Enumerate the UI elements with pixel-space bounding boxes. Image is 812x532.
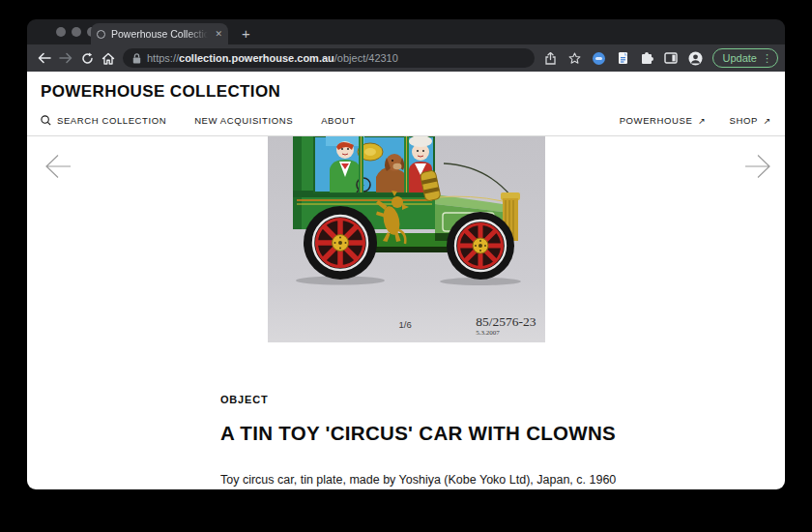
favicon-icon [97,30,105,39]
share-icon[interactable] [540,48,561,69]
update-label: Update [723,52,757,64]
url-path: /object/42310 [334,52,398,64]
search-icon [41,115,51,126]
page-content: POWERHOUSE COLLECTION SEARCH COLLECTION … [27,72,785,489]
lock-icon [132,53,141,64]
close-window-icon[interactable] [56,27,66,37]
object-title: A TIN TOY 'CIRCUS' CAR WITH CLOWNS [220,422,646,445]
nav-about-label: ABOUT [321,115,356,126]
update-menu-button[interactable]: Update ⋮ [712,48,778,68]
site-logo[interactable]: POWERHOUSE COLLECTION [41,82,771,102]
browser-window: Powerhouse Collection - A tin t ✕ + http… [27,19,785,489]
nav-new-acquisitions[interactable]: NEW ACQUISITIONS [194,115,293,126]
photo-frame-counter: 1/6 [399,319,412,330]
nav-powerhouse[interactable]: POWERHOUSE ↗ [620,115,707,126]
object-registration-number: 85/2576-23 [476,315,536,329]
site-nav-right: POWERHOUSE ↗ SHOP ↗ [620,115,771,126]
object-description: Toy circus car, tin plate, made by Yoshi… [220,473,646,487]
address-bar[interactable]: https://collection.powerhouse.com.au/obj… [123,48,535,68]
nav-search-label: SEARCH COLLECTION [57,115,166,126]
new-tab-button[interactable]: + [242,23,250,44]
extension-blue-circle-icon[interactable] [589,48,609,69]
nav-shop-label: SHOP [730,115,758,126]
url-text: https://collection.powerhouse.com.au/obj… [147,52,398,64]
forward-button[interactable] [55,47,76,69]
side-panel-icon[interactable] [661,48,682,69]
profile-avatar-icon[interactable] [685,48,706,69]
tab-strip: Powerhouse Collection - A tin t ✕ + [27,19,785,44]
back-button[interactable] [34,47,55,69]
refresh-button[interactable] [76,47,98,69]
site-header: POWERHOUSE COLLECTION SEARCH COLLECTION … [27,72,785,136]
external-link-arrow-icon: ↗ [764,116,771,126]
nav-powerhouse-label: POWERHOUSE [620,115,693,126]
browser-tab[interactable]: Powerhouse Collection - A tin t ✕ [91,23,228,44]
nav-new-acquisitions-label: NEW ACQUISITIONS [194,115,293,126]
photo-id-block: 85/2576-23 5.3.2007 [476,315,536,338]
tab-close-icon[interactable]: ✕ [215,29,222,39]
site-nav: SEARCH COLLECTION NEW ACQUISITIONS ABOUT… [41,115,771,135]
minimize-window-icon[interactable] [72,27,81,37]
extensions-puzzle-icon[interactable] [637,48,657,69]
nav-shop[interactable]: SHOP ↗ [730,115,771,126]
kebab-menu-icon: ⋮ [762,52,772,65]
url-host: collection.powerhouse.com.au [179,52,334,64]
object-info: OBJECT A TIN TOY 'CIRCUS' CAR WITH CLOWN… [220,394,646,487]
home-button[interactable] [98,47,119,69]
toolbar-icons: Update ⋮ [540,48,778,69]
previous-image-arrow[interactable] [44,153,72,180]
nav-about[interactable]: ABOUT [321,115,356,126]
extension-docs-icon[interactable] [613,48,633,69]
object-type-eyebrow: OBJECT [220,394,646,405]
object-image-carousel: 1/6 85/2576-23 5.3.2007 [27,136,785,342]
object-photo-tin-toy-car[interactable]: 1/6 85/2576-23 5.3.2007 [268,136,545,342]
next-image-arrow[interactable] [743,153,772,180]
nav-search-collection[interactable]: SEARCH COLLECTION [41,115,166,126]
bookmark-star-icon[interactable] [565,48,585,69]
photo-date: 5.3.2007 [476,329,536,337]
browser-toolbar: https://collection.powerhouse.com.au/obj… [27,44,785,72]
site-nav-left: SEARCH COLLECTION NEW ACQUISITIONS ABOUT [41,115,356,126]
external-link-arrow-icon: ↗ [698,116,706,126]
screenshot-stage: Powerhouse Collection - A tin t ✕ + http… [0,0,812,532]
tab-title: Powerhouse Collection - A tin t [111,28,208,40]
url-scheme: https:// [147,52,179,64]
